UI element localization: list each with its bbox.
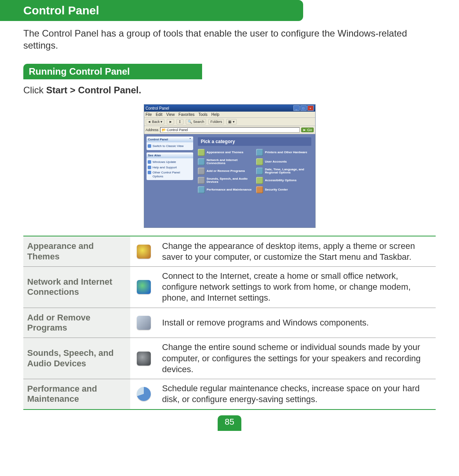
cat-network[interactable]: Network and Internet Connections <box>198 158 253 165</box>
minimize-button[interactable]: _ <box>293 105 300 111</box>
performance-icon <box>198 186 205 193</box>
row-icon-cell <box>130 236 157 266</box>
screenshot-container: Control Panel _ □ × File Edit View Favor… <box>0 100 459 236</box>
maximize-button[interactable]: □ <box>300 105 307 111</box>
collapse-icon[interactable]: ⌃ <box>189 138 192 141</box>
click-instruction: Click Start > Control Panel. <box>0 83 459 100</box>
cat-users[interactable]: User Accounts <box>256 158 311 165</box>
cat-addremove[interactable]: Add or Remove Programs <box>198 168 253 175</box>
network-connections-icon <box>137 280 151 294</box>
printers-icon <box>256 149 263 156</box>
views-button[interactable]: ▦ ▾ <box>226 119 237 124</box>
side-box-see-also: See Also Windows Update Help and Support… <box>147 152 193 180</box>
menu-bar: File Edit View Favorites Tools Help <box>144 112 315 118</box>
side-box-control-panel: Control Panel⌃ Switch to Classic View <box>147 136 193 150</box>
cat-sounds[interactable]: Sounds, Speech, and Audio Devices <box>198 177 253 184</box>
window-titlebar: Control Panel _ □ × <box>144 105 315 112</box>
row-desc: Schedule regular maintenance checks, inc… <box>157 379 436 409</box>
control-panel-body: Control Panel⌃ Switch to Classic View Se… <box>144 134 315 228</box>
security-icon <box>256 186 263 193</box>
appearance-themes-icon <box>137 245 151 259</box>
side-box1-title: Control Panel <box>148 138 168 141</box>
link-windows-update[interactable]: Windows Update <box>147 159 193 165</box>
address-label: Address <box>146 128 159 132</box>
row-title: Sounds, Speech, and Audio Devices <box>23 338 130 378</box>
row-desc: Change the appearance of desktop items, … <box>157 237 436 266</box>
row-icon-cell <box>130 338 157 378</box>
toolbar: ◄ Back ▾ ► ↥ 🔍 Search Folders ▦ ▾ <box>144 118 315 126</box>
control-panel-window: Control Panel _ □ × File Edit View Favor… <box>144 104 316 228</box>
table-row: Sounds, Speech, and Audio Devices Change… <box>23 338 436 379</box>
performance-maintenance-icon <box>137 387 151 401</box>
switch-classic-view[interactable]: Switch to Classic View <box>147 144 193 149</box>
add-remove-programs-icon <box>137 316 151 330</box>
link-help-support[interactable]: Help and Support <box>147 165 193 170</box>
table-row: Network and Internet Connections Connect… <box>23 267 436 308</box>
users-icon <box>256 158 263 165</box>
menu-edit[interactable]: Edit <box>156 112 162 117</box>
sounds-audio-icon <box>137 352 151 366</box>
row-desc: Change the entire sound scheme or indivi… <box>157 338 436 378</box>
cat-accessibility[interactable]: Accessibility Options <box>256 177 311 184</box>
category-grid: Appearance and Themes Printers and Other… <box>198 149 311 193</box>
go-button[interactable]: ► Go <box>301 128 313 132</box>
accessibility-icon <box>256 177 263 184</box>
back-button[interactable]: ◄ Back ▾ <box>146 119 165 124</box>
page-number: 85 <box>218 415 241 431</box>
row-icon-cell <box>130 379 157 409</box>
table-row: Appearance and Themes Change the appeara… <box>23 236 436 267</box>
intro-text: The Control Panel has a group of tools t… <box>0 21 459 54</box>
up-button[interactable]: ↥ <box>176 119 183 124</box>
forward-button[interactable]: ► <box>167 119 174 124</box>
row-icon-cell <box>130 308 157 338</box>
cat-appearance[interactable]: Appearance and Themes <box>198 149 253 156</box>
cat-performance[interactable]: Performance and Maintenance <box>198 186 253 193</box>
click-prefix: Click <box>23 85 46 95</box>
category-table: Appearance and Themes Change the appeara… <box>23 236 436 410</box>
row-title: Network and Internet Connections <box>23 267 130 307</box>
datetime-icon <box>256 168 263 175</box>
search-button[interactable]: 🔍 Search <box>186 119 206 124</box>
link-other-options[interactable]: Other Control Panel Options <box>147 170 193 179</box>
folders-button[interactable]: Folders <box>208 119 224 124</box>
menu-tools[interactable]: Tools <box>198 112 207 117</box>
cat-datetime[interactable]: Date, Time, Language, and Regional Optio… <box>256 168 311 175</box>
subsection-title: Running Control Panel <box>23 64 202 79</box>
table-row: Add or Remove Programs Install or remove… <box>23 308 436 338</box>
row-icon-cell <box>130 267 157 307</box>
row-title: Performance and Maintenance <box>23 379 130 409</box>
network-icon <box>198 158 205 165</box>
row-desc: Install or remove programs and Windows c… <box>157 313 436 332</box>
main-panel: Pick a category Appearance and Themes Pr… <box>195 134 315 228</box>
window-title: Control Panel <box>146 106 169 110</box>
pick-category-header: Pick a category <box>198 137 311 146</box>
side-box2-title: See Also <box>148 154 161 157</box>
menu-favorites[interactable]: Favorites <box>178 112 194 117</box>
row-desc: Connect to the Internet, create a home o… <box>157 267 436 307</box>
cat-security[interactable]: Security Center <box>256 186 311 193</box>
address-field[interactable]: 📂 Control Panel <box>160 127 300 133</box>
menu-help[interactable]: Help <box>211 112 220 117</box>
row-title: Add or Remove Programs <box>23 308 130 338</box>
addremove-icon <box>198 168 205 175</box>
menu-file[interactable]: File <box>146 112 152 117</box>
address-bar: Address 📂 Control Panel ► Go <box>144 126 315 134</box>
close-button[interactable]: × <box>307 105 314 111</box>
row-title: Appearance and Themes <box>23 236 130 266</box>
side-panel: Control Panel⌃ Switch to Classic View Se… <box>144 134 195 228</box>
appearance-icon <box>198 149 205 156</box>
click-path: Start > Control Panel. <box>46 85 141 95</box>
table-row: Performance and Maintenance Schedule reg… <box>23 379 436 409</box>
section-title: Control Panel <box>0 0 303 21</box>
cat-printers[interactable]: Printers and Other Hardware <box>256 149 311 156</box>
sounds-icon <box>198 177 205 184</box>
menu-view[interactable]: View <box>166 112 175 117</box>
page-footer: 85 <box>0 415 459 431</box>
